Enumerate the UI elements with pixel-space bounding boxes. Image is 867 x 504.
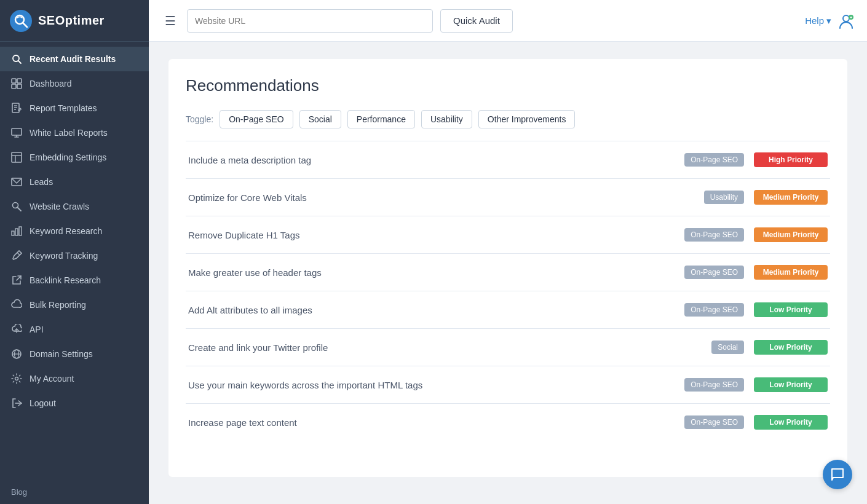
sidebar-nav: Recent Audit ResultsDashboardReport Temp…: [0, 42, 149, 480]
sidebar-item-label: Domain Settings: [30, 349, 93, 359]
rec-title: Make greater use of header tags: [188, 267, 675, 278]
globe-icon: [11, 348, 22, 360]
logo-icon: [10, 10, 32, 32]
user-icon: +: [837, 12, 855, 30]
svg-point-31: [15, 377, 18, 380]
svg-rect-24: [19, 227, 22, 235]
page-title: Recommendations: [186, 76, 830, 95]
toggle-other-improvements-button[interactable]: Other Improvements: [478, 110, 576, 128]
svg-rect-6: [17, 79, 22, 83]
logo-text: SEOptimer: [38, 14, 105, 28]
sidebar-item-label: Recent Audit Results: [30, 54, 116, 64]
rec-priority: Low Priority: [754, 340, 828, 355]
sidebar-item-white-label[interactable]: White Label Reports: [0, 120, 149, 145]
sidebar-item-api[interactable]: API: [0, 317, 149, 342]
svg-rect-8: [17, 84, 22, 89]
sidebar-item-recent-audit[interactable]: Recent Audit Results: [0, 47, 149, 71]
recommendation-row: Include a meta description tag On-Page S…: [186, 141, 830, 178]
user-avatar-button[interactable]: +: [837, 12, 855, 30]
rec-title: Use your main keywords across the import…: [188, 380, 675, 390]
cloud-icon: [11, 299, 22, 310]
sidebar-item-bulk-reporting[interactable]: Bulk Reporting: [0, 293, 149, 317]
sidebar-item-label: Keyword Tracking: [30, 251, 98, 261]
toggle-social-button[interactable]: Social: [299, 110, 341, 128]
svg-text:+: +: [850, 15, 852, 20]
layout-icon: [11, 152, 22, 163]
sidebar-item-logout[interactable]: Logout: [0, 391, 149, 415]
sidebar-item-website-crawls[interactable]: Website Crawls: [0, 194, 149, 219]
rec-title: Add Alt attributes to all images: [188, 305, 675, 315]
sidebar-item-report-templates[interactable]: Report Templates: [0, 96, 149, 120]
rec-title: Optimize for Core Web Vitals: [188, 192, 694, 203]
sidebar-item-keyword-tracking[interactable]: Keyword Tracking: [0, 243, 149, 268]
grid-icon: [11, 78, 22, 89]
rec-category: On-Page SEO: [684, 153, 744, 167]
rec-category: Social: [711, 341, 744, 354]
rec-title: Increase page text content: [188, 417, 675, 428]
recommendations-list: Include a meta description tag On-Page S…: [186, 141, 830, 441]
toggle-on-page-seo-button[interactable]: On-Page SEO: [220, 110, 293, 128]
sidebar-item-leads[interactable]: Leads: [0, 170, 149, 194]
svg-line-4: [18, 61, 21, 63]
sidebar-item-keyword-research[interactable]: Keyword Research: [0, 219, 149, 243]
toggle-row: Toggle: On-Page SEOSocialPerformanceUsab…: [186, 110, 830, 128]
quick-audit-button[interactable]: Quick Audit: [440, 9, 513, 33]
hamburger-button[interactable]: ☰: [161, 10, 180, 32]
sidebar-item-label: Dashboard: [30, 79, 72, 89]
sidebar-item-blog[interactable]: Blog: [0, 480, 149, 504]
cloud-upload-icon: [11, 324, 22, 335]
rec-category: On-Page SEO: [684, 378, 744, 392]
svg-rect-22: [12, 231, 14, 235]
svg-rect-23: [15, 229, 18, 235]
sidebar-item-my-account[interactable]: My Account: [0, 366, 149, 391]
sidebar-item-domain-settings[interactable]: Domain Settings: [0, 342, 149, 366]
bar-chart-icon: [11, 226, 22, 237]
rec-title: Create and link your Twitter profile: [188, 342, 702, 353]
pen-icon: [11, 250, 22, 261]
recommendation-row: Add Alt attributes to all images On-Page…: [186, 291, 830, 328]
main-wrapper: ☰ Quick Audit Help ▾ + Recommendations: [149, 0, 867, 504]
mail-icon: [11, 176, 22, 187]
sidebar-item-label: Report Templates: [30, 103, 97, 113]
monitor-icon: [11, 127, 22, 138]
rec-priority: Medium Priority: [754, 265, 828, 280]
sidebar-item-label: Backlink Research: [30, 275, 101, 285]
file-edit-icon: [11, 103, 22, 114]
sidebar: SEOptimer Recent Audit ResultsDashboardR…: [0, 0, 149, 504]
svg-point-0: [10, 10, 32, 32]
svg-rect-7: [12, 84, 16, 89]
external-link-icon: [11, 275, 22, 286]
sidebar-item-label: My Account: [30, 374, 74, 384]
recommendation-row: Remove Duplicate H1 Tags On-Page SEO Med…: [186, 216, 830, 253]
rec-priority: Low Priority: [754, 377, 828, 392]
svg-line-26: [17, 276, 21, 280]
chat-button[interactable]: [823, 460, 852, 489]
settings-icon: [11, 373, 22, 384]
search-circle-icon: [11, 201, 22, 212]
hamburger-icon: ☰: [165, 14, 176, 28]
svg-rect-13: [12, 128, 22, 135]
toggle-performance-button[interactable]: Performance: [347, 110, 415, 128]
sidebar-item-backlink-research[interactable]: Backlink Research: [0, 268, 149, 293]
sidebar-item-label: API: [30, 325, 44, 334]
sidebar-item-dashboard[interactable]: Dashboard: [0, 71, 149, 96]
sidebar-item-label: Leads: [30, 177, 53, 187]
recommendation-row: Optimize for Core Web Vitals Usability M…: [186, 178, 830, 216]
recommendation-row: Increase page text content On-Page SEO L…: [186, 403, 830, 441]
help-label: Help: [805, 15, 824, 26]
sidebar-item-embedding[interactable]: Embedding Settings: [0, 145, 149, 170]
help-chevron-icon: ▾: [826, 15, 831, 26]
logout-icon: [11, 398, 22, 409]
toggle-usability-button[interactable]: Usability: [421, 110, 472, 128]
svg-line-21: [18, 208, 22, 211]
url-input[interactable]: [187, 9, 433, 33]
rec-title: Remove Duplicate H1 Tags: [188, 230, 675, 240]
rec-category: On-Page SEO: [684, 415, 744, 429]
rec-category: On-Page SEO: [684, 303, 744, 317]
recommendation-row: Use your main keywords across the import…: [186, 366, 830, 403]
rec-category: On-Page SEO: [684, 228, 744, 242]
toggle-label: Toggle:: [186, 114, 213, 124]
rec-priority: Low Priority: [754, 302, 828, 317]
help-button[interactable]: Help ▾: [805, 15, 831, 26]
rec-priority: Medium Priority: [754, 190, 828, 205]
